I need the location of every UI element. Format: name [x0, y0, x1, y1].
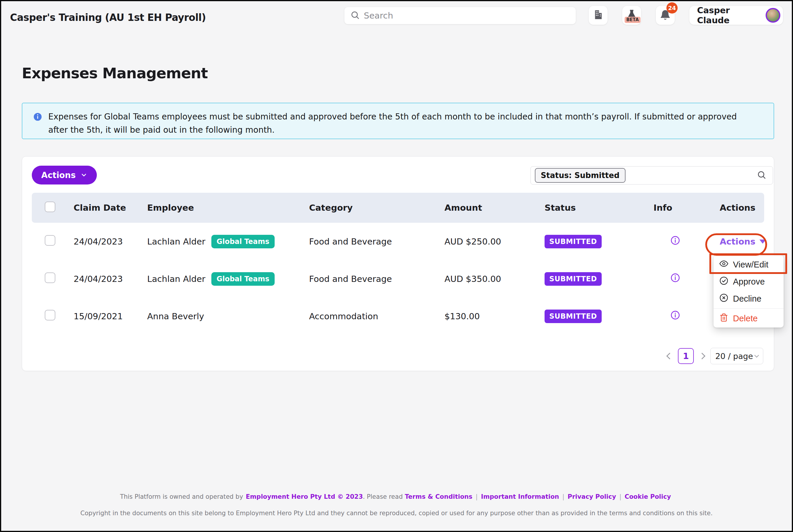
info-banner: Expenses for Global Teams employees must… [22, 103, 774, 139]
x-circle-icon [719, 293, 728, 304]
building-icon [593, 10, 603, 21]
table-row: 15/09/2021 Anna Beverly Accommodation $1… [32, 298, 764, 335]
row-info-icon[interactable] [671, 236, 720, 247]
cell-claim-date: 24/04/2023 [74, 236, 147, 247]
chevron-down-icon [80, 172, 88, 178]
row-actions-button[interactable]: Actions [720, 236, 766, 247]
header-claim-date: Claim Date [74, 203, 147, 213]
cell-category: Food and Beverage [309, 274, 445, 284]
avatar [766, 8, 780, 23]
status-filter-chip[interactable]: Status: Submitted [535, 168, 625, 183]
info-banner-text: Expenses for Global Teams employees must… [48, 110, 757, 138]
table-body: 24/04/2023 Lachlan Alder Global Teams Fo… [32, 223, 764, 335]
row-checkbox[interactable] [45, 310, 55, 320]
beta-labs-button[interactable]: BETA [622, 6, 641, 25]
footer-line-1: This Platform is owned and operated byEm… [1, 493, 792, 500]
header-category: Category [309, 203, 445, 213]
footer-separator: | [562, 493, 564, 500]
header-status: Status [545, 203, 654, 213]
filter-search-box[interactable]: Status: Submitted [530, 166, 773, 185]
cell-amount: $130.00 [445, 311, 545, 321]
footer-link-cookie[interactable]: Cookie Policy [625, 493, 671, 500]
bulk-actions-label: Actions [41, 170, 76, 180]
search-icon [350, 10, 360, 21]
current-page-button[interactable]: 1 [678, 348, 694, 364]
cell-employee-name: Anna Beverly [147, 311, 204, 321]
bulk-actions-button[interactable]: Actions [32, 166, 97, 185]
menu-label-delete: Delete [733, 314, 758, 323]
cell-claim-date: 15/09/2021 [74, 311, 147, 321]
footer-mid: . Please read [363, 493, 403, 500]
row-actions-label: Actions [720, 236, 755, 247]
status-badge: SUBMITTED [545, 309, 602, 323]
expenses-management-page: Casper's Training (AU 1st EH Payroll) [0, 0, 793, 532]
header-amount: Amount [445, 203, 545, 213]
chevron-down-icon [754, 353, 759, 358]
cell-amount: AUD $350.00 [445, 274, 545, 284]
row-actions-menu: View/Edit Approve Decline [714, 255, 783, 327]
footer-separator: | [619, 493, 621, 500]
user-name: Casper Claude [697, 5, 760, 25]
menu-item-decline[interactable]: Decline [714, 290, 783, 307]
notifications-button[interactable]: 24 [656, 6, 675, 25]
footer-line-2: Copyright in the documents on this site … [1, 510, 792, 517]
global-teams-badge: Global Teams [211, 235, 275, 248]
select-all-checkbox[interactable] [45, 202, 55, 212]
organisation-button[interactable] [589, 6, 607, 25]
eye-icon [719, 259, 728, 270]
user-menu[interactable]: Casper Claude [690, 6, 783, 25]
prev-page-icon[interactable] [666, 353, 673, 360]
cell-employee-name: Lachlan Alder [147, 236, 206, 247]
page-title: Expenses Management [22, 65, 208, 82]
header-employee: Employee [147, 203, 309, 213]
caret-down-icon [759, 240, 766, 244]
menu-divider [714, 308, 783, 309]
row-info-icon[interactable] [671, 273, 720, 285]
beta-badge: BETA [625, 17, 641, 23]
table-row: 24/04/2023 Lachlan Alder Global Teams Fo… [32, 260, 764, 298]
page-size-select[interactable]: 20 / page [710, 348, 763, 364]
footer-separator: | [476, 493, 478, 500]
row-checkbox[interactable] [45, 235, 55, 246]
row-checkbox[interactable] [45, 272, 55, 283]
next-page-icon[interactable] [699, 353, 705, 360]
global-search[interactable] [344, 7, 576, 24]
info-icon [33, 110, 42, 138]
cell-employee-name: Lachlan Alder [147, 274, 206, 284]
search-input[interactable] [364, 11, 570, 21]
table-header-row: Claim Date Employee Category Amount Stat… [32, 193, 764, 223]
cell-claim-date: 24/04/2023 [74, 274, 147, 284]
menu-item-delete[interactable]: Delete [714, 310, 783, 327]
menu-label-view-edit: View/Edit [733, 260, 768, 269]
cell-category: Accommodation [309, 311, 445, 321]
menu-item-view-edit[interactable]: View/Edit [714, 256, 783, 273]
notification-count-badge: 24 [666, 2, 678, 14]
check-circle-icon [719, 276, 728, 287]
cell-amount: AUD $250.00 [445, 236, 545, 247]
global-teams-badge: Global Teams [211, 272, 275, 286]
header-info: Info [654, 203, 720, 213]
footer-link-privacy[interactable]: Privacy Policy [568, 493, 616, 500]
footer-prefix: This Platform is owned and operated by [120, 493, 243, 500]
table-row: 24/04/2023 Lachlan Alder Global Teams Fo… [32, 223, 764, 260]
cell-category: Food and Beverage [309, 236, 445, 247]
menu-label-approve: Approve [733, 277, 765, 287]
menu-item-approve[interactable]: Approve [714, 273, 783, 290]
footer-link-important-info[interactable]: Important Information [481, 493, 559, 500]
page-size-value: 20 / page [715, 352, 753, 361]
status-badge: SUBMITTED [545, 235, 602, 248]
footer-link-terms[interactable]: Terms & Conditions [405, 493, 472, 500]
org-title: Casper's Training (AU 1st EH Payroll) [10, 12, 206, 23]
trash-icon [719, 313, 728, 324]
header-actions: Actions [720, 203, 764, 213]
footer-company-link[interactable]: Employment Hero Pty Ltd © 2023 [246, 493, 363, 500]
expenses-card: Actions Status: Submitted Claim Date Emp… [22, 156, 774, 371]
status-badge: SUBMITTED [545, 272, 602, 286]
pagination: 1 20 / page [667, 348, 763, 364]
menu-label-decline: Decline [733, 294, 761, 304]
row-info-icon[interactable] [671, 310, 720, 322]
filter-search-icon[interactable] [757, 170, 766, 180]
